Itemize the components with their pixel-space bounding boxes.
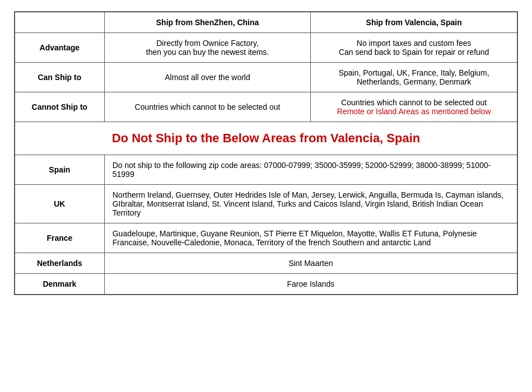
cannot-ship-shenzhen: Countries which cannot to be selected ou… [104, 92, 311, 122]
can-ship-label: Can Ship to [15, 63, 105, 92]
cannot-ship-valencia-plain: Countries which cannot to be selected ou… [341, 98, 487, 107]
advantage-valencia: No import taxes and custom feesCan send … [311, 33, 517, 63]
advantage-shenzhen: Directly from Ownice Factory,then you ca… [104, 33, 311, 63]
section-header-cell: Do Not Ship to the Below Areas from Vale… [15, 122, 517, 155]
denmark-label: Denmark [15, 274, 105, 295]
advantage-row: Advantage Directly from Ownice Factory,t… [15, 33, 517, 63]
france-row: France Guadeloupe, Martinique, Guyane Re… [15, 223, 517, 253]
netherlands-row: Netherlands Sint Maarten [15, 253, 517, 274]
denmark-row: Denmark Faroe Islands [15, 274, 517, 295]
can-ship-row: Can Ship to Almost all over the world Sp… [15, 63, 517, 92]
can-ship-valencia: Spain, Portugal, UK, France, Italy, Belg… [311, 63, 517, 92]
spain-label: Spain [15, 155, 105, 185]
header-shenzhen: Ship from ShenZhen, China [104, 12, 311, 33]
header-empty-cell [15, 12, 105, 33]
advantage-valencia-text: No import taxes and custom feesCan send … [339, 39, 489, 57]
cannot-ship-label: Cannot Ship to [15, 92, 105, 122]
shipping-table-wrapper: Ship from ShenZhen, China Ship from Vale… [14, 11, 518, 295]
netherlands-label: Netherlands [15, 253, 105, 274]
section-header-row: Do Not Ship to the Below Areas from Vale… [15, 122, 517, 155]
cannot-ship-row: Cannot Ship to Countries which cannot to… [15, 92, 517, 122]
france-label: France [15, 223, 105, 253]
header-valencia: Ship from Valencia, Spain [311, 12, 517, 33]
uk-detail: Northerm Ireland, Guernsey, Outer Hedrid… [104, 185, 517, 223]
can-ship-shenzhen: Almost all over the world [104, 63, 311, 92]
table-header-row: Ship from ShenZhen, China Ship from Vale… [15, 12, 517, 33]
netherlands-detail: Sint Maarten [104, 253, 517, 274]
cannot-ship-valencia-red: Remote or Island Areas as mentioned belo… [337, 107, 491, 116]
spain-detail: Do not ship to the following zip code ar… [104, 155, 517, 185]
denmark-detail: Faroe Islands [104, 274, 517, 295]
advantage-shenzhen-text: Directly from Ownice Factory,then you ca… [146, 39, 269, 57]
france-detail: Guadeloupe, Martinique, Guyane Reunion, … [104, 223, 517, 253]
advantage-label: Advantage [15, 33, 105, 63]
spain-row: Spain Do not ship to the following zip c… [15, 155, 517, 185]
uk-label: UK [15, 185, 105, 223]
uk-row: UK Northerm Ireland, Guernsey, Outer Hed… [15, 185, 517, 223]
cannot-ship-valencia: Countries which cannot to be selected ou… [311, 92, 517, 122]
